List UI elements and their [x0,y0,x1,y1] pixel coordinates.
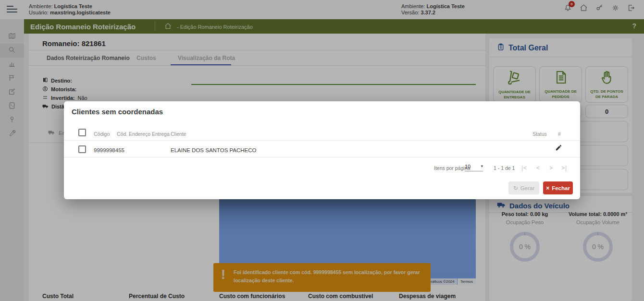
app-screen: Ambiente: Logística Teste Usuário: maxst… [0,0,644,301]
gerar-button[interactable]: ↻ Gerar [508,181,539,194]
items-per-page-value: 10 [465,164,471,169]
row-checkbox[interactable] [78,145,86,153]
select-all-checkbox[interactable] [78,129,86,136]
caret-down-icon: ▾ [481,164,483,169]
pagination-range: 1 - 1 de 1 [494,165,515,171]
column-actions: # [558,131,561,137]
column-codigo: Código [94,131,110,137]
column-endereco-entrega: Cód. Endereço Entrega [117,131,170,137]
next-page-icon[interactable]: > [549,165,553,171]
column-status: Status [533,131,547,137]
close-icon: × [546,185,549,192]
previous-page-icon[interactable]: < [536,165,540,171]
last-page-icon[interactable]: >| [561,165,567,171]
fechar-label: Fechar [552,185,570,191]
column-cliente: Cliente [171,131,186,137]
cell-codigo: 9999998455 [94,147,124,153]
first-page-icon[interactable]: |< [521,165,527,171]
items-per-page-select[interactable]: 10 ▾ [465,164,483,171]
gerar-label: Gerar [520,185,534,191]
cell-cliente: ELAINE DOS SANTOS PACHECO [171,147,257,153]
refresh-icon: ↻ [513,185,518,192]
fechar-button[interactable]: × Fechar [543,181,573,194]
pagination-bar: Itens por página 10 ▾ 1 - 1 de 1 |< < > … [64,162,580,174]
clientes-sem-coordenadas-modal: Clientes sem coordenadas Código Cód. End… [64,101,580,199]
edit-pencil-icon[interactable] [555,144,562,153]
modal-title: Clientes sem coordenadas [72,108,163,116]
